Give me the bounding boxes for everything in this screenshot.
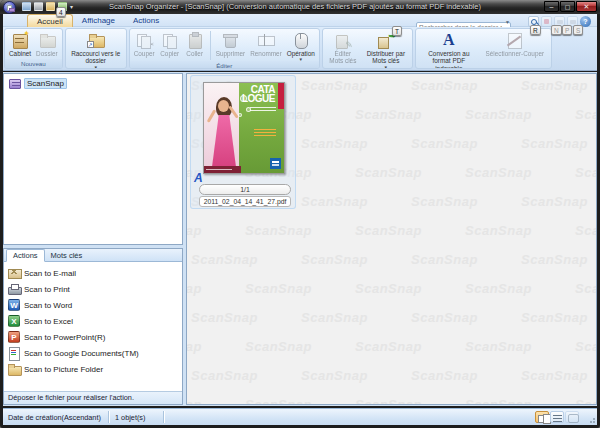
watermark-text: ScanSnap (187, 281, 202, 296)
watermark-text: ScanSnap (521, 78, 588, 93)
list-view-button[interactable] (550, 411, 564, 423)
file-list-pane[interactable]: ScanSnapScanSnapScanSnapScanSnapScanSnap… (186, 73, 597, 405)
cut-icon (134, 31, 154, 49)
chevron-down-icon: ▾ (94, 65, 97, 69)
ribbon-group-editer: Couper Copier Coller Supprimer Reno (129, 28, 320, 69)
email-icon (8, 267, 20, 279)
watermark-text: ScanSnap (411, 78, 478, 93)
keytip-r: R (530, 25, 541, 35)
cover-red-ribbon (278, 83, 284, 109)
word-icon (8, 299, 20, 311)
close-button[interactable] (576, 1, 597, 12)
keytip-4: 4 (56, 7, 66, 17)
action-scan-to-excel[interactable]: Scan to Excel (8, 313, 182, 329)
watermark-text: ScanSnap (575, 281, 596, 296)
app-logo-folder-icon (9, 8, 15, 12)
thumbnail-view-button[interactable] (535, 411, 549, 423)
watermark-text: ScanSnap (245, 223, 312, 238)
action-scan-to-google-documents[interactable]: Scan to Google Documents(TM) (8, 345, 182, 361)
watermark-text: ScanSnap (521, 194, 588, 209)
watermark-text: ScanSnap (301, 310, 368, 325)
group-divider (210, 31, 211, 60)
tab-actions-panel[interactable]: Actions (6, 249, 45, 262)
searchable-pdf-icon (439, 31, 459, 49)
tab-actions[interactable]: Actions (124, 14, 168, 27)
watermark-text: ScanSnap (187, 397, 202, 404)
watermark-text: ScanSnap (465, 165, 532, 180)
document-thumbnail[interactable]: CATA LOGUE (203, 82, 285, 174)
watermark-text: ScanSnap (411, 368, 478, 383)
keytip-s: S (573, 25, 583, 35)
supprimer-button: Supprimer (214, 30, 247, 61)
action-scan-to-powerpoint[interactable]: Scan to PowerPoint(R) (8, 329, 182, 345)
watermark-text: ScanSnap (465, 339, 532, 354)
tree-item-scansnap[interactable]: ScanSnap (9, 78, 182, 89)
action-scan-to-print[interactable]: Scan to Print (8, 281, 182, 297)
watermark-text: ScanSnap (575, 397, 596, 404)
rename-icon (256, 31, 276, 49)
qat-dropdown-icon[interactable]: ▾ (70, 4, 73, 10)
raccourci-dossier-button[interactable]: Raccourci vers le dossier ▾ (68, 30, 124, 69)
google-docs-icon (8, 347, 20, 359)
action-label: Scan to Word (24, 301, 72, 310)
search-dropdown-icon[interactable]: ▼ (505, 19, 510, 25)
watermark-text: ScanSnap (187, 223, 202, 238)
action-scan-to-picture-folder[interactable]: Scan to Picture Folder (8, 361, 182, 377)
action-label: Scan to Excel (24, 317, 73, 326)
copier-button: Copier (158, 30, 182, 61)
status-divider (108, 411, 109, 423)
picture-folder-icon (8, 363, 20, 375)
searchable-pdf-marker: A (194, 172, 203, 184)
action-label: Scan to Google Documents(TM) (24, 349, 139, 358)
watermark-text: ScanSnap (465, 107, 532, 122)
watermark-text: ScanSnap (301, 194, 368, 209)
couper-button: Couper (132, 30, 157, 61)
watermark-text: ScanSnap (575, 339, 596, 354)
application-menu-button[interactable] (3, 1, 16, 14)
group-label: Éditer (130, 61, 319, 69)
tree-item-label: ScanSnap (24, 78, 67, 89)
page-indicator[interactable]: 1/1 (199, 184, 291, 195)
action-scan-to-email[interactable]: Scan to E-mail (8, 265, 182, 281)
watermark-text: ScanSnap (355, 339, 422, 354)
tab-mots-cles[interactable]: Mots clés (45, 250, 89, 261)
ribbon: ✦ Cabinet Dossier Nouveau Raccourci vers… (3, 27, 597, 71)
watermark-text: ScanSnap (521, 368, 588, 383)
clear-search-icon (541, 16, 552, 27)
ribbon-group-raccourci: Raccourci vers le dossier ▾ Raccourci (65, 28, 127, 69)
object-count-label: 1 objet(s) (115, 413, 145, 422)
watermark-text: ScanSnap (575, 107, 596, 122)
maximize-button[interactable] (560, 1, 575, 12)
file-item[interactable]: CATA LOGUE A 1/1 2011_02_04_14_41 (190, 75, 296, 209)
tab-affichage[interactable]: Affichage (73, 14, 124, 27)
resize-grip[interactable] (586, 414, 596, 424)
watermark-text: ScanSnap (187, 339, 202, 354)
picture-view-button (565, 411, 579, 423)
action-scan-to-word[interactable]: Scan to Word (8, 297, 182, 313)
window-controls (543, 1, 597, 12)
renommer-button: Renommer (248, 30, 284, 61)
watermark-text: ScanSnap (191, 368, 258, 383)
operation-button[interactable]: Opération ▾ (285, 30, 317, 61)
sort-order-label: Date de création(Ascendant) (8, 413, 101, 422)
status-divider (163, 411, 164, 423)
tab-accueil[interactable]: Accueil (27, 14, 73, 27)
cabinet-button[interactable]: ✦ Cabinet (7, 30, 33, 59)
title-bar: ▾ ScanSnap Organizer - [ScanSnap] (Conve… (0, 0, 600, 14)
actions-pane-tabs: Actions Mots clés (4, 249, 182, 262)
minimize-button[interactable] (544, 1, 559, 12)
action-label: Scan to Print (24, 285, 70, 294)
watermark-text: ScanSnap (191, 310, 258, 325)
delete-icon (220, 31, 240, 49)
distribuer-mots-cles-button[interactable]: Distribuer par Mots clés ▾ (362, 30, 410, 69)
file-name[interactable]: 2011_02_04_14_41_27.pdf (199, 196, 291, 207)
conversion-pdf-indexable-button[interactable]: Conversion au format PDF indexable ▾ (418, 30, 480, 69)
watermark-text: ScanSnap (355, 223, 422, 238)
printer-icon[interactable] (34, 2, 43, 11)
cabinet-icon: ✦ (10, 31, 30, 49)
window-icon[interactable] (22, 2, 31, 11)
folder-icon[interactable] (46, 2, 55, 11)
folder-tree-pane: ScanSnap (3, 73, 183, 245)
cover-title: CATA LOGUE (242, 85, 275, 103)
search-box[interactable]: ▼ (416, 16, 511, 27)
